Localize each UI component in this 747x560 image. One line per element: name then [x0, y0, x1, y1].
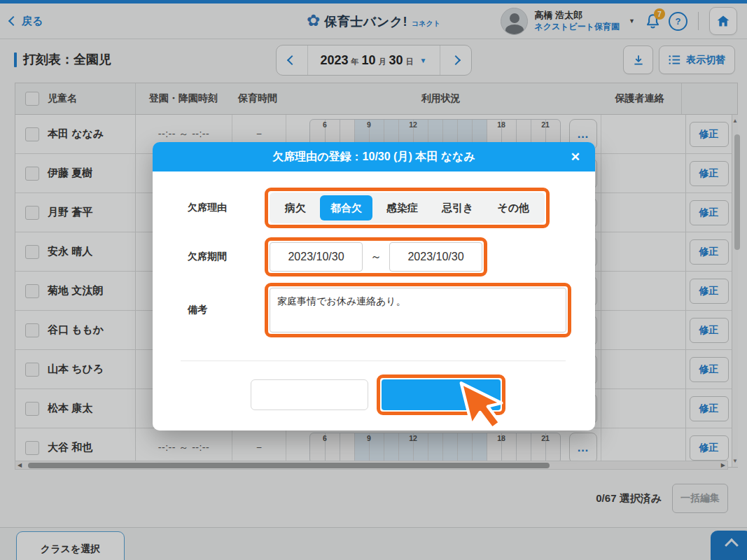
- absence-reason-modal: 欠席理由の登録：10/30 (月) 本田 ななみ ✕ 欠席理由 病欠都合欠感染症…: [153, 142, 595, 430]
- cancel-button[interactable]: [251, 379, 368, 410]
- period-field-label: 欠席期間: [188, 251, 265, 263]
- highlight-box-period: ～: [265, 237, 487, 276]
- modal-divider: [181, 360, 566, 361]
- period-end-input[interactable]: [389, 242, 482, 272]
- modal-header: 欠席理由の登録：10/30 (月) 本田 ななみ ✕: [153, 142, 595, 172]
- modal-title: 欠席理由の登録：10/30 (月) 本田 ななみ: [272, 150, 475, 164]
- highlight-box-note: 家庭事情でお休み連絡あり。: [265, 283, 571, 337]
- reason-segmented-control: 病欠都合欠感染症忌引きその他: [270, 192, 545, 223]
- highlight-box-reason: 病欠都合欠感染症忌引きその他: [265, 188, 550, 228]
- app-window: 戻る ✿ 保育士バンク! コネクト 高橋 浩太郎 ネクストビート保育園 ▼ 7 …: [0, 0, 747, 560]
- reason-option[interactable]: 感染症: [375, 195, 430, 220]
- note-textarea[interactable]: 家庭事情でお休み連絡あり。: [270, 288, 566, 332]
- reason-option[interactable]: 都合欠: [320, 195, 372, 220]
- period-start-input[interactable]: [270, 242, 363, 272]
- note-field-label: 備考: [188, 304, 265, 316]
- reason-option[interactable]: 病欠: [273, 195, 318, 220]
- period-separator: ～: [370, 250, 382, 265]
- reason-option[interactable]: その他: [485, 195, 541, 220]
- close-button[interactable]: ✕: [568, 147, 583, 167]
- modal-body: 欠席理由 病欠都合欠感染症忌引きその他 欠席期間 ～ 備考 家庭事情でお休み連絡…: [153, 172, 595, 430]
- close-icon: ✕: [571, 150, 580, 164]
- reason-option[interactable]: 忌引き: [430, 195, 485, 220]
- reason-field-label: 欠席理由: [188, 202, 265, 214]
